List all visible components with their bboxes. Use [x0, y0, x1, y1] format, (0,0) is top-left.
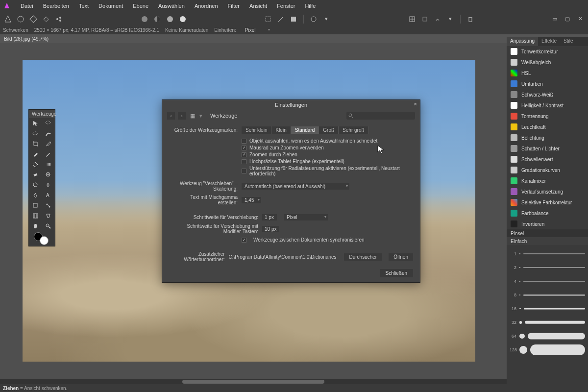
crop-tool-icon[interactable] [29, 139, 42, 149]
menu-fenster[interactable]: Fenster [272, 3, 300, 9]
snap-icon[interactable] [407, 14, 417, 24]
size-option[interactable]: Sehr klein [242, 126, 271, 134]
persona-develop-icon[interactable] [28, 14, 38, 24]
dialog-titlebar[interactable]: Einstellungen × [162, 100, 420, 110]
tools-panel[interactable]: Werkzeuge A [28, 109, 55, 246]
close-button[interactable]: Schließen [380, 269, 413, 277]
dodge-icon[interactable] [29, 180, 42, 190]
menu-bearbeiten[interactable]: Bearbeiten [38, 3, 74, 9]
shape-tool-icon[interactable] [29, 200, 42, 211]
adjustment-item[interactable]: Selektive Farbkorrektur [507, 197, 588, 208]
tab-effekte[interactable]: Effekte [538, 37, 560, 46]
quickmask-icon[interactable] [309, 14, 318, 24]
brush-row[interactable]: 2 [510, 261, 585, 274]
adjustment-item[interactable]: Invertieren [507, 219, 588, 229]
menu-datei[interactable]: Datei [16, 3, 38, 9]
max-icon[interactable]: ▢ [563, 14, 572, 24]
hand-tool-icon[interactable] [29, 221, 42, 231]
lasso-tool-icon[interactable] [42, 118, 55, 128]
blend-icon-3[interactable] [165, 14, 175, 24]
adjustment-item[interactable]: Kanalmixer [507, 175, 588, 186]
persona-export-icon[interactable] [54, 14, 64, 24]
adjustment-item[interactable]: Gradationskurven [507, 165, 588, 175]
option-checkbox[interactable] [242, 169, 246, 173]
menu-auswaehlen[interactable]: Auswählen [153, 3, 190, 9]
blend-icon-2[interactable] [152, 14, 162, 24]
brush-row[interactable]: 1 [510, 247, 585, 261]
trash-icon[interactable] [466, 14, 475, 24]
blend-icon-4[interactable] [178, 14, 188, 24]
brush-panel-tab[interactable]: Pinsel [507, 229, 588, 237]
scale-select[interactable]: Automatisch (basierend auf Auswahl) [242, 183, 349, 190]
adjustment-item[interactable]: Umfärben [507, 78, 588, 89]
dialog-close-icon[interactable]: × [414, 101, 417, 107]
nudge-unit-select[interactable]: Pixel [284, 214, 328, 220]
brush-select-icon[interactable] [42, 128, 55, 139]
sync-checkbox[interactable] [242, 238, 246, 243]
clone-icon[interactable] [42, 170, 55, 180]
assist-icon[interactable] [433, 14, 442, 24]
nudge-input[interactable]: 1 px [262, 214, 277, 220]
adjustment-item[interactable]: Schwellenwert [507, 154, 588, 165]
persona-photo-icon[interactable] [3, 14, 13, 24]
nudge2-input[interactable]: 10 px [262, 226, 279, 232]
pencil-icon[interactable] [42, 149, 55, 159]
adjustment-item[interactable]: Weißabgleich [507, 57, 588, 68]
brush-row[interactable]: 128 [510, 343, 585, 357]
option-checkbox[interactable] [242, 159, 246, 164]
menu-text[interactable]: Text [74, 3, 94, 9]
selection-icon-2[interactable] [276, 14, 286, 24]
open-button[interactable]: Öffnen [389, 253, 413, 261]
gradient-icon[interactable] [42, 159, 55, 170]
adjustment-item[interactable]: Leuchtkraft [507, 122, 588, 132]
color-swatches[interactable] [29, 231, 55, 246]
selection-icon-1[interactable] [263, 14, 273, 24]
zoom-tool-icon[interactable] [42, 221, 55, 231]
perspective-icon[interactable] [42, 211, 55, 221]
h-scroll-thumb[interactable] [182, 380, 324, 384]
menu-ansicht[interactable]: Ansicht [245, 3, 272, 9]
menu-filter[interactable]: Filter [223, 3, 245, 9]
brush-category[interactable]: Einfach [507, 237, 588, 245]
units-select[interactable]: Pixel [242, 27, 271, 33]
adjustment-item[interactable]: Verlaufsumsetzung [507, 186, 588, 197]
dropdown-icon-2[interactable]: ▾ [445, 14, 455, 24]
dropdown-icon[interactable]: ▾ [321, 14, 331, 24]
persona-tone-icon[interactable] [41, 14, 51, 24]
win-close-icon[interactable]: ✕ [575, 14, 585, 24]
dialog-search[interactable] [346, 112, 415, 120]
menu-dokument[interactable]: Dokument [94, 3, 128, 9]
grid-toggle-icon[interactable] [420, 14, 430, 24]
adjustment-item[interactable]: HSL [507, 68, 588, 78]
tab-stile[interactable]: Stile [560, 37, 576, 46]
brush-row[interactable]: 16 [510, 302, 585, 316]
h-scrollbar[interactable] [0, 379, 507, 384]
size-option[interactable]: Groß [319, 126, 339, 134]
browse-button[interactable]: Durchsucher [344, 253, 382, 261]
option-checkbox[interactable] [242, 146, 246, 150]
nav-fwd-icon[interactable]: › [178, 112, 186, 120]
brush-row[interactable]: 64 [510, 329, 585, 343]
eraser-icon[interactable] [29, 170, 42, 180]
nav-back-icon[interactable]: ‹ [167, 112, 175, 120]
doc-tab[interactable]: Bild (28).jpg (49.7%) [0, 34, 52, 43]
blend-icon-1[interactable] [140, 14, 149, 24]
adjustment-item[interactable]: Schatten / Lichter [507, 143, 588, 154]
adjustment-item[interactable]: Tonwertkorrektur [507, 46, 588, 57]
text-tool-icon[interactable]: A [42, 190, 55, 200]
blur-icon[interactable] [42, 180, 55, 190]
tab-anpassung[interactable]: Anpassung [507, 37, 538, 46]
persona-liquify-icon[interactable] [16, 14, 25, 24]
adjustment-item[interactable]: Helligkeit / Kontrast [507, 100, 588, 111]
option-checkbox[interactable] [242, 152, 246, 157]
adjustment-item[interactable]: Schwarz-Weiß [507, 89, 588, 100]
gamma-select[interactable]: 1,45 [242, 197, 261, 203]
size-option[interactable]: Sehr groß [339, 126, 368, 134]
adjustment-item[interactable]: Farbbalance [507, 208, 588, 219]
size-option[interactable]: Standard [291, 126, 319, 134]
move-tool-icon[interactable] [29, 118, 42, 128]
paintbrush-icon[interactable] [29, 149, 42, 159]
adjustment-item[interactable]: Belichtung [507, 132, 588, 143]
option-checkbox[interactable] [242, 139, 246, 144]
selection-icon-3[interactable] [289, 14, 298, 24]
